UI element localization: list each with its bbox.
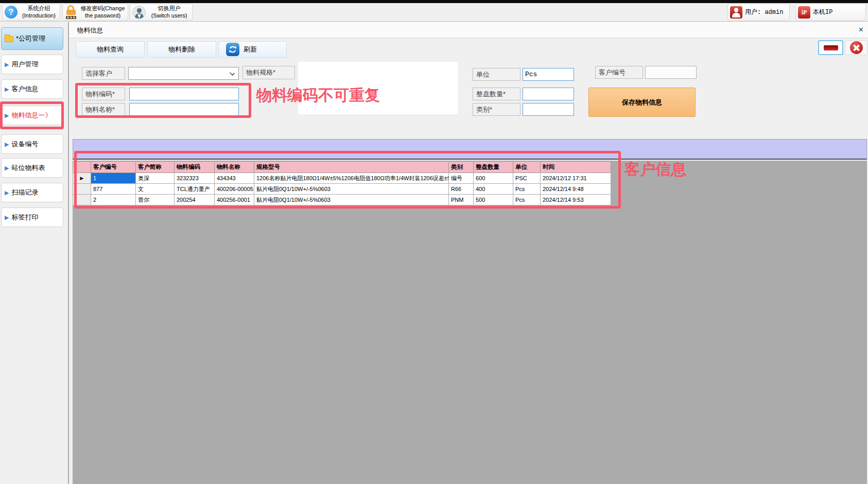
switch-user-icon (132, 6, 146, 19)
sidebar-item-label: 设备编号 (11, 140, 38, 149)
tray-quantity-input[interactable] (523, 88, 574, 100)
top-toolbar: ? 系统介绍 (Introduction) 修改密码(Change the pa… (0, 3, 868, 22)
save-material-label: 保存物料信息 (622, 98, 662, 107)
sidebar-item-label: *公司管理 (16, 34, 45, 43)
table-cell[interactable]: 400256-0001 (215, 195, 254, 205)
refresh-label: 刷新 (244, 45, 257, 54)
save-material-button[interactable]: 保存物料信息 (588, 88, 696, 117)
change-password-line2: the password) (80, 12, 126, 19)
sidebar-item-label: 标签打印 (11, 213, 38, 222)
refresh-button[interactable]: 刷新 (218, 41, 287, 58)
table-cell[interactable]: 1 (91, 173, 136, 184)
table-cell[interactable]: 贴片电阻0Q1/10W+/-5%0603 (254, 195, 449, 205)
tab-close-icon[interactable]: × (859, 25, 863, 34)
table-cell[interactable]: 600 (474, 173, 513, 184)
sidebar-item-customer-info[interactable]: ▶ 客户信息 (1, 79, 63, 99)
table-cell[interactable]: Pcs (513, 184, 541, 195)
local-ip-button[interactable]: iP 本机IP (795, 4, 866, 21)
sidebar-item-user-management[interactable]: ▶ 用户管理 (1, 55, 63, 74)
lock-icon (65, 5, 77, 20)
table-cell[interactable]: R66 (449, 184, 474, 195)
change-password-button[interactable]: 修改密码(Change the password) (62, 4, 128, 21)
table-cell[interactable]: Pcs (513, 195, 541, 205)
table-cell[interactable]: PNM (449, 195, 474, 205)
table-cell[interactable]: TCL通力量产 (175, 184, 215, 195)
table-cell[interactable]: 普尔 (136, 195, 175, 205)
material-name-label: 物料名称* (82, 103, 125, 116)
material-delete-button[interactable]: 物料删除 (147, 41, 216, 58)
minimize-icon (824, 45, 838, 50)
tab-material-info[interactable]: 物料信息 (77, 26, 103, 35)
select-customer-combobox[interactable] (128, 67, 239, 80)
current-user-label: 用户: admin (745, 8, 785, 16)
select-customer-label: 选择客户 (82, 67, 125, 80)
material-query-button[interactable]: 物料查询 (76, 41, 145, 58)
table-cell[interactable]: 编号 (449, 173, 474, 184)
sidebar-item-material-info[interactable]: ▶ 物料信息一》 (1, 106, 63, 125)
col-header-material-code[interactable]: 物料编码 (175, 162, 215, 173)
table-cell[interactable]: 2024/12/14 9:53 (541, 195, 611, 205)
introduction-button-line2: (Introduction) (20, 12, 58, 19)
folder-icon (5, 36, 13, 42)
close-button[interactable] (845, 40, 867, 55)
customer-number-input[interactable] (645, 66, 697, 79)
table-cell[interactable]: 1206名称贴片电阻180Ω1/4W±5%1206电阻值180Ω功率1/4W封装… (254, 173, 449, 184)
minimize-button[interactable] (818, 40, 843, 55)
table-cell[interactable]: 2024/12/14 9:48 (541, 184, 611, 195)
sidebar: *公司管理 ▶ 用户管理 ▶ 客户信息 ▶ 物料信息一》 ▶ 设备编号 ▶ 站位… (0, 22, 68, 484)
sidebar-item-scan-record[interactable]: ▶ 扫描记录 (1, 183, 63, 202)
category-label: 类别* (473, 103, 520, 116)
material-name-input[interactable] (129, 103, 239, 116)
switch-users-button[interactable]: 切换用户 (Switch users) (130, 4, 193, 21)
arrow-icon: ▶ (5, 189, 9, 196)
table-cell[interactable]: 500 (474, 195, 513, 205)
row-selector-arrow-icon[interactable]: ▶ (73, 173, 91, 184)
material-table: 客户编号 客户简称 物料编码 物料名称 规格型号 类别 整盘数量 单位 时间 ▶… (73, 161, 611, 205)
col-header-tray-quantity[interactable]: 整盘数量 (474, 162, 513, 173)
grid-background (73, 161, 867, 484)
table-cell[interactable]: PSC (513, 173, 541, 184)
sidebar-item-label-print[interactable]: ▶ 标签打印 (1, 208, 63, 227)
unit-label: 单位 (473, 68, 520, 81)
table-cell[interactable]: 2 (91, 195, 136, 205)
table-cell[interactable]: 3232323 (175, 173, 215, 184)
col-header-category[interactable]: 类别 (449, 162, 474, 173)
introduction-button[interactable]: ? 系统介绍 (Introduction) (2, 4, 60, 21)
sidebar-item-company-management[interactable]: *公司管理 (1, 27, 63, 50)
table-cell[interactable]: 文 (136, 184, 175, 195)
arrow-icon: ▶ (5, 112, 9, 119)
col-header-unit[interactable]: 单位 (513, 162, 541, 173)
table-row: 877文TCL通力量产400206-00005贴片电阻0Q1/10W+/-5%0… (73, 184, 611, 195)
sidebar-item-station-material-table[interactable]: ▶ 站位物料表 (1, 158, 63, 178)
table-cell[interactable]: 400 (474, 184, 513, 195)
table-corner-cell[interactable] (73, 162, 91, 173)
table-cell[interactable]: 贴片电阻0Q1/10W+/-5%0603 (254, 184, 449, 195)
col-header-time[interactable]: 时间 (541, 162, 611, 173)
sidebar-item-label: 客户信息 (11, 84, 38, 94)
sidebar-item-device-number[interactable]: ▶ 设备编号 (1, 134, 63, 154)
table-row: 2普尔200254400256-0001贴片电阻0Q1/10W+/-5%0603… (73, 195, 611, 205)
table-cell[interactable]: 2024/12/12 17:31 (541, 173, 611, 184)
table-cell[interactable]: 434343 (215, 173, 254, 184)
category-input[interactable] (523, 103, 574, 116)
table-cell[interactable]: 奥深 (136, 173, 175, 184)
arrow-icon: ▶ (5, 165, 9, 171)
table-cell[interactable]: 200254 (175, 195, 215, 205)
table-cell[interactable]: 877 (91, 184, 136, 195)
col-header-customer-number[interactable]: 客户编号 (91, 162, 136, 173)
unit-input[interactable] (523, 68, 574, 81)
material-code-input[interactable] (129, 88, 239, 100)
col-header-customer-shortname[interactable]: 客户简称 (136, 162, 175, 173)
material-delete-label: 物料删除 (168, 45, 195, 54)
form-white-panel (298, 62, 458, 114)
table-cell[interactable]: 400206-00005 (215, 184, 254, 195)
current-user-button[interactable]: 用户: admin (727, 4, 790, 21)
table-row: ▶1奥深32323234343431206名称贴片电阻180Ω1/4W±5%12… (73, 173, 611, 184)
row-selector-cell[interactable] (73, 195, 91, 205)
col-header-spec-model[interactable]: 规格型号 (254, 162, 449, 173)
col-header-material-name[interactable]: 物料名称 (215, 162, 254, 173)
arrow-icon: ▶ (5, 86, 9, 93)
table-header-row: 客户编号 客户简称 物料编码 物料名称 规格型号 类别 整盘数量 单位 时间 (73, 162, 611, 173)
arrow-icon: ▶ (5, 61, 9, 68)
row-selector-cell[interactable] (73, 184, 91, 195)
